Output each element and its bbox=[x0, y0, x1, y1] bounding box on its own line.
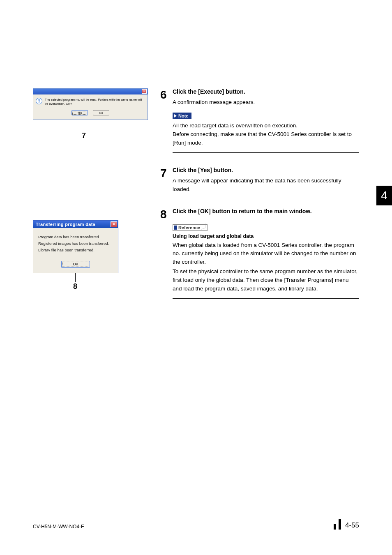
footer-mark-icon bbox=[334, 524, 336, 530]
step-6-note-line-2: Before connecting, make sure that the CV… bbox=[173, 130, 359, 147]
reference-paragraph-2: To set the physical controller to the sa… bbox=[173, 267, 359, 293]
transfer-line-3: Library file has been transferred. bbox=[38, 247, 113, 253]
step-number-8: 8 bbox=[160, 208, 173, 299]
transfer-line-1: Program data has been transferred. bbox=[38, 234, 113, 240]
reference-label: Reference bbox=[173, 224, 208, 231]
transfer-line-2: Registered images has been transferred. bbox=[38, 240, 113, 247]
step-8-heading: Click the [OK] button to return to the m… bbox=[173, 208, 359, 214]
step-6-heading: Click the [Execute] button. bbox=[173, 88, 359, 95]
transfer-dialog-titlebar: Transferring program data × bbox=[33, 221, 118, 228]
confirm-dialog-titlebar: × bbox=[33, 89, 148, 94]
callout-line bbox=[75, 273, 76, 282]
footer-doc-id: CV-H5N-M-WW-NO4-E bbox=[33, 524, 84, 530]
footer-mark-icon bbox=[339, 519, 341, 530]
page-footer: CV-H5N-M-WW-NO4-E 4-55 bbox=[33, 519, 359, 530]
note-label: Note bbox=[173, 113, 191, 119]
question-icon: ? bbox=[36, 98, 42, 104]
page-number: 4-55 bbox=[345, 521, 359, 530]
step-7-text: A message will appear indicating that th… bbox=[173, 177, 359, 194]
close-icon[interactable]: × bbox=[142, 89, 147, 94]
reference-paragraph-1: When global data is loaded from a CV-500… bbox=[173, 241, 359, 267]
step-7-heading: Click the [Yes] button. bbox=[173, 167, 359, 173]
step-6-note-line-1: All the read target data is overwritten … bbox=[173, 122, 359, 130]
confirm-dialog-message: The selected program no. will be read. F… bbox=[45, 98, 145, 106]
close-icon[interactable]: × bbox=[111, 221, 117, 227]
divider bbox=[173, 298, 359, 299]
callout-line bbox=[84, 122, 84, 131]
reference-heading: Using load target and global data bbox=[173, 233, 359, 239]
no-button[interactable]: No bbox=[93, 110, 109, 115]
callout-number-8: 8 bbox=[72, 282, 78, 291]
yes-button[interactable]: Yes bbox=[71, 110, 88, 115]
confirm-dialog: × ? The selected program no. will be rea… bbox=[33, 88, 148, 120]
callout-number-7: 7 bbox=[81, 131, 87, 140]
step-number-6: 6 bbox=[160, 88, 173, 153]
chapter-tab: 4 bbox=[376, 186, 392, 205]
divider bbox=[173, 152, 359, 153]
transfer-dialog-title: Transferring program data bbox=[36, 222, 95, 227]
ok-button[interactable]: OK bbox=[61, 261, 90, 268]
step-number-7: 7 bbox=[160, 167, 173, 194]
transfer-dialog: Transferring program data × Program data… bbox=[33, 220, 118, 273]
page-content: × ? The selected program no. will be rea… bbox=[33, 88, 359, 311]
step-6-text: A confirmation message appears. bbox=[173, 98, 359, 107]
